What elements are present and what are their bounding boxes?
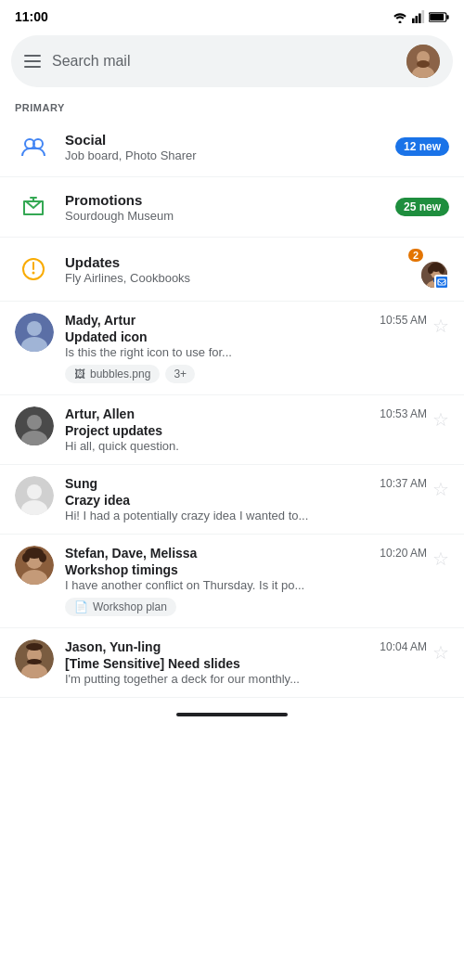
email-meta: Artur, Allen 10:53 AM Project updates Hi…	[65, 406, 427, 453]
star-button[interactable]: ☆	[432, 641, 449, 664]
updates-sub: Fly Airlines, Cookbooks	[65, 271, 395, 285]
attachment-name: Workshop plan	[93, 600, 167, 613]
attachment-icon: 🖼	[74, 368, 85, 380]
email-meta: Sung 10:37 AM Crazy idea Hi! I had a pot…	[65, 476, 427, 522]
email-preview: Hi! I had a potentially crazy idea I wan…	[65, 509, 427, 522]
updates-badge-wrap: 2	[408, 249, 449, 290]
email-meta: Jason, Yun-ling 10:04 AM [Time Sensitive…	[65, 639, 427, 686]
email-header: Jason, Yun-ling 10:04 AM	[65, 639, 427, 654]
menu-button[interactable]	[24, 55, 41, 68]
email-time: 10:55 AM	[380, 314, 427, 327]
email-content: Artur, Allen 10:53 AM Project updates Hi…	[65, 406, 449, 453]
svg-rect-1	[412, 19, 415, 23]
social-badge: 12 new	[395, 137, 449, 156]
updates-name: Updates	[65, 254, 395, 270]
star-button[interactable]: ☆	[432, 548, 449, 570]
email-content: Jason, Yun-ling 10:04 AM [Time Sensitive…	[65, 639, 449, 686]
email-subject: Project updates	[65, 423, 427, 438]
svg-point-16	[32, 272, 35, 275]
search-bar-wrap: Search mail	[0, 30, 464, 97]
category-updates[interactable]: Updates Fly Airlines, Cookbooks 2	[0, 238, 464, 302]
promotions-name: Promotions	[65, 192, 382, 208]
social-name: Social	[65, 132, 382, 148]
svg-rect-7	[430, 13, 444, 19]
svg-rect-3	[419, 14, 421, 24]
email-header-wrap: Stefan, Dave, Melissa 10:20 AM Workshop …	[65, 546, 449, 592]
email-content: Sung 10:37 AM Crazy idea Hi! I had a pot…	[65, 476, 449, 522]
email-preview: Is this the right icon to use for...	[65, 345, 427, 359]
email-time: 10:37 AM	[380, 477, 427, 490]
email-time: 10:53 AM	[380, 407, 427, 420]
category-social[interactable]: Social Job board, Photo Sharer 12 new	[0, 117, 464, 177]
updates-icon	[15, 251, 52, 288]
bottom-bar	[0, 698, 464, 724]
battery-icon	[429, 11, 449, 23]
wifi-icon	[392, 10, 408, 23]
email-row-2[interactable]: Artur, Allen 10:53 AM Project updates Hi…	[0, 395, 464, 465]
email-list: Mady, Artur 10:55 AM Updated icon Is thi…	[0, 302, 464, 698]
email-row-3[interactable]: Sung 10:37 AM Crazy idea Hi! I had a pot…	[0, 465, 464, 535]
svg-point-11	[417, 60, 430, 68]
email-header-wrap: Artur, Allen 10:53 AM Project updates Hi…	[65, 406, 449, 453]
email-attachments: 📄 Workshop plan	[65, 598, 449, 616]
status-icons	[392, 10, 449, 23]
email-row-5[interactable]: Jason, Yun-ling 10:04 AM [Time Sensitive…	[0, 628, 464, 698]
svg-point-29	[27, 415, 42, 430]
email-header: Artur, Allen 10:53 AM	[65, 406, 427, 421]
email-meta: Mady, Artur 10:55 AM Updated icon Is thi…	[65, 313, 427, 359]
attachment-icon: 📄	[74, 600, 88, 613]
svg-point-0	[399, 21, 402, 24]
status-bar: 11:00	[0, 0, 464, 30]
attachment-chip[interactable]: 🖼 bubbles.png	[65, 365, 160, 383]
email-avatar	[15, 639, 54, 678]
social-icon	[15, 128, 52, 165]
updates-count: 2	[408, 249, 423, 262]
star-button[interactable]: ☆	[432, 478, 449, 500]
social-sub: Job board, Photo Sharer	[65, 148, 382, 162]
email-preview: I'm putting together a deck for our mont…	[65, 672, 427, 686]
section-label: PRIMARY	[0, 97, 464, 117]
email-header-wrap: Jason, Yun-ling 10:04 AM [Time Sensitive…	[65, 639, 449, 686]
search-bar[interactable]: Search mail	[11, 35, 453, 87]
email-time: 10:20 AM	[380, 547, 427, 560]
svg-point-44	[27, 659, 42, 664]
promotions-info: Promotions Sourdough Museum	[65, 192, 382, 223]
email-header: Mady, Artur 10:55 AM	[65, 313, 427, 328]
email-subject: [Time Sensitive] Need slides	[65, 656, 427, 671]
email-sender: Jason, Yun-ling	[65, 639, 161, 654]
svg-point-32	[27, 484, 42, 499]
email-avatar	[15, 476, 54, 515]
promotions-badge: 25 new	[395, 198, 449, 216]
promotions-icon	[15, 188, 52, 226]
attachment-chip[interactable]: 📄 Workshop plan	[65, 598, 176, 616]
star-button[interactable]: ☆	[432, 408, 449, 431]
email-preview: I have another conflict on Thursday. Is …	[65, 578, 427, 592]
home-indicator	[176, 713, 288, 716]
email-header-wrap: Mady, Artur 10:55 AM Updated icon Is thi…	[65, 313, 449, 359]
email-subject: Updated icon	[65, 329, 427, 344]
attachment-name: bubbles.png	[90, 368, 150, 380]
email-sender: Stefan, Dave, Melissa	[65, 546, 197, 561]
star-button[interactable]: ☆	[432, 315, 449, 337]
attachment-more: 3+	[165, 365, 195, 383]
email-subject: Workshop timings	[65, 562, 427, 577]
search-input[interactable]: Search mail	[52, 53, 395, 70]
email-row-1[interactable]: Mady, Artur 10:55 AM Updated icon Is thi…	[0, 302, 464, 395]
user-avatar-image	[406, 45, 440, 78]
svg-point-38	[22, 553, 30, 562]
user-avatar[interactable]	[406, 45, 440, 78]
status-time: 11:00	[15, 9, 48, 24]
svg-rect-2	[416, 16, 419, 23]
updates-info: Updates Fly Airlines, Cookbooks	[65, 254, 395, 285]
email-header: Sung 10:37 AM	[65, 476, 427, 491]
message-icon	[434, 275, 449, 290]
category-promotions[interactable]: Promotions Sourdough Museum 25 new	[0, 177, 464, 238]
email-sender: Sung	[65, 476, 97, 491]
email-row-4[interactable]: Stefan, Dave, Melissa 10:20 AM Workshop …	[0, 535, 464, 628]
svg-point-20	[428, 266, 433, 274]
email-preview: Hi all, quick question.	[65, 439, 427, 453]
signal-icon	[412, 10, 425, 23]
email-avatar	[15, 313, 54, 352]
email-sender: Mady, Artur	[65, 313, 135, 328]
promotions-sub: Sourdough Museum	[65, 209, 382, 223]
